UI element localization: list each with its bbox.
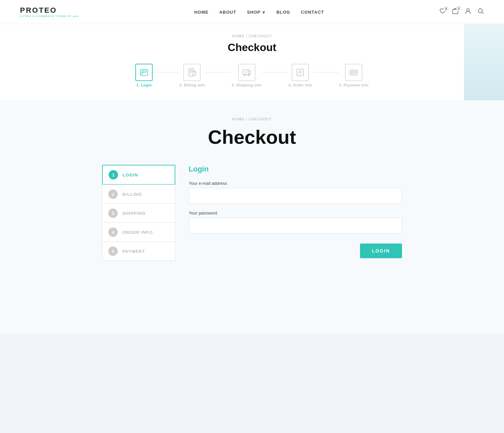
password-label: Your password: [189, 210, 402, 215]
step-1-label: 1. Login: [136, 83, 152, 87]
sidebar-step-login[interactable]: 1 LOGIN: [102, 165, 175, 185]
step-4-order[interactable]: 4. Order info: [288, 64, 312, 87]
main-checkout: HOME / CHECKOUT Checkout 1 LOGIN 2 BILLI…: [0, 100, 504, 334]
step-line-1: [153, 72, 179, 72]
sidebar-step-3-label: SHIPPING: [122, 211, 146, 216]
step-5-icon: [345, 64, 362, 81]
step-5-payment[interactable]: 5. Payment info: [339, 64, 369, 87]
sidebar-step-billing[interactable]: 2 BILLING: [102, 184, 175, 204]
nav-shop[interactable]: SHOP ∨: [247, 10, 266, 15]
step-2-label: 2. Billing info: [179, 83, 205, 87]
form-btn-row: LOGIN: [189, 244, 402, 258]
step-line-2: [205, 72, 232, 72]
decorative-panel: [464, 24, 504, 100]
login-button[interactable]: LOGIN: [360, 244, 402, 258]
steps-bar: 1. Login 2. Billing info: [119, 64, 385, 87]
main-breadcrumb: HOME / CHECKOUT: [27, 117, 477, 121]
sidebar-step-4-num: 4: [108, 228, 118, 237]
nav-links: HOME ABOUT SHOP ∨ BLOG CONTACT: [194, 9, 324, 15]
user-icon[interactable]: [465, 8, 471, 16]
svg-point-4: [142, 71, 144, 73]
step-5-label: 5. Payment info: [339, 83, 369, 87]
sidebar-step-2-num: 2: [108, 189, 118, 199]
nav-blog[interactable]: BLOG: [276, 10, 290, 15]
step-1-icon: [135, 64, 153, 81]
step-2-billing[interactable]: 2. Billing info: [179, 64, 205, 87]
logo-tagline: A FREE E-COMMERCE THEME BY yolo: [20, 15, 79, 18]
main-checkout-title: Checkout: [27, 126, 477, 148]
checkout-body: 1 LOGIN 2 BILLING 3 SHIPPING 4 ORDER INF…: [102, 165, 402, 261]
svg-rect-13: [243, 70, 249, 74]
wishlist-icon[interactable]: 3: [439, 8, 446, 16]
password-input[interactable]: [189, 218, 402, 234]
svg-point-1: [467, 9, 469, 11]
nav-home[interactable]: HOME: [194, 10, 209, 15]
step-4-label: 4. Order info: [288, 83, 312, 87]
nav-icons: 3 1: [439, 8, 484, 16]
step-2-icon: [183, 64, 201, 81]
cart-count: 1: [456, 6, 461, 11]
step-4-icon: [292, 64, 309, 81]
nav-contact[interactable]: CONTACT: [301, 10, 324, 15]
sidebar-step-1-num: 1: [109, 170, 118, 179]
nav-about[interactable]: ABOUT: [219, 10, 236, 15]
sidebar-step-orderinfo[interactable]: 4 ORDER INFO: [102, 223, 175, 242]
step-3-label: 3. Shipping info: [232, 83, 262, 87]
email-input[interactable]: [189, 188, 402, 204]
step-line-4: [312, 72, 339, 72]
step-3-icon: [238, 64, 255, 81]
svg-point-14: [244, 74, 245, 76]
svg-rect-11: [193, 71, 196, 75]
logo-text: PROTEO: [20, 6, 57, 15]
step-3-shipping[interactable]: 3. Shipping info: [232, 64, 262, 87]
step-line-3: [262, 72, 288, 72]
sidebar-step-shipping[interactable]: 3 SHIPPING: [102, 203, 175, 223]
preview-section: HOME / CHECKOUT Checkout 1. Login: [0, 24, 504, 100]
search-icon[interactable]: [477, 8, 484, 16]
sidebar-step-5-label: PAYMENT: [122, 249, 145, 254]
logo[interactable]: PROTEO A FREE E-COMMERCE THEME BY yolo: [20, 6, 79, 18]
sidebar-step-payment[interactable]: 5 PAYMENT: [102, 242, 175, 261]
svg-point-15: [248, 74, 249, 76]
checkout-sidebar: 1 LOGIN 2 BILLING 3 SHIPPING 4 ORDER INF…: [102, 165, 175, 261]
sidebar-step-5-num: 5: [108, 247, 118, 256]
svg-rect-22: [350, 71, 357, 73]
svg-rect-26: [354, 73, 355, 74]
wishlist-count: 3: [443, 6, 449, 11]
sidebar-step-2-label: BILLING: [122, 192, 142, 197]
email-label: Your e-mail address: [189, 181, 402, 186]
preview-title: Checkout: [20, 41, 484, 54]
sidebar-step-1-label: LOGIN: [123, 172, 138, 177]
cart-icon[interactable]: 1: [452, 8, 459, 16]
form-title: Login: [189, 165, 402, 173]
navbar: PROTEO A FREE E-COMMERCE THEME BY yolo H…: [0, 0, 504, 24]
step-1-login[interactable]: 1. Login: [135, 64, 153, 87]
sidebar-step-4-label: ORDER INFO: [122, 230, 153, 235]
preview-breadcrumb: HOME / CHECKOUT: [20, 34, 484, 38]
svg-point-2: [478, 9, 482, 13]
login-form-area: Login Your e-mail address Your password …: [189, 165, 402, 261]
svg-rect-25: [351, 73, 353, 74]
sidebar-step-3-num: 3: [108, 208, 118, 218]
